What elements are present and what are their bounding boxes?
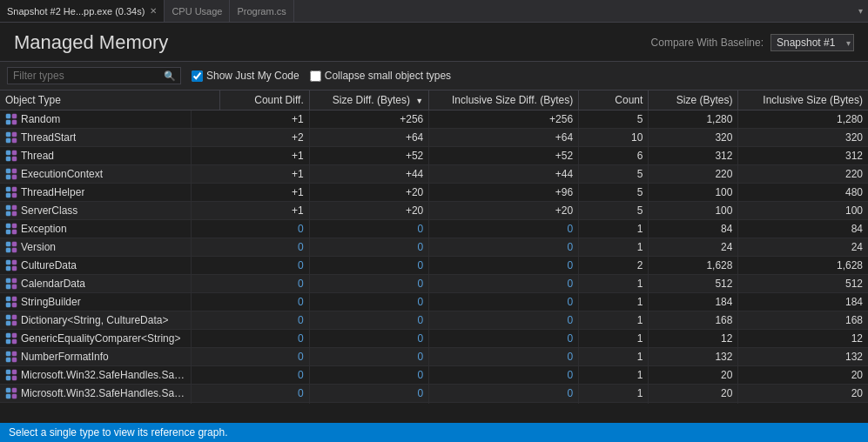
tab-cpu[interactable]: CPU Usage: [165, 0, 230, 22]
table-row[interactable]: Exception00018484: [0, 220, 868, 238]
cell-size: 84: [649, 220, 738, 238]
cell-value: +1: [219, 110, 309, 129]
compare-select[interactable]: Snapshot #1: [770, 34, 854, 51]
cell-value: 0: [309, 385, 429, 403]
table-row[interactable]: ThreadStart+2+64+6410320320: [0, 129, 868, 147]
table-row[interactable]: Microsoft.Win32.SafeHandles.SafeVie…0001…: [0, 366, 868, 385]
col-header-size-diff[interactable]: Size Diff. (Bytes) ▼: [309, 90, 429, 110]
table-row[interactable]: Thread+1+52+526312312: [0, 147, 868, 165]
object-type-icon: [5, 296, 17, 308]
object-type-icon: [5, 223, 17, 235]
cell-value: 0: [219, 311, 309, 330]
object-type-icon: [5, 332, 17, 345]
show-just-my-code-checkbox[interactable]: [192, 70, 203, 82]
svg-rect-37: [12, 278, 17, 283]
cell-size: 168: [649, 311, 738, 330]
cell-size: 512: [649, 275, 738, 293]
object-type-name: ThreadStart: [21, 131, 76, 144]
svg-rect-55: [12, 358, 17, 362]
col-header-count[interactable]: Count: [579, 90, 649, 110]
table-row[interactable]: ThreadHelper+1+20+965100480: [0, 184, 868, 202]
compare-select-wrapper[interactable]: Snapshot #1: [770, 34, 854, 51]
object-type-name: ExecutionContext: [21, 168, 103, 180]
compare-label: Compare With Baseline:: [651, 37, 764, 49]
col-header-incl-size-diff[interactable]: Inclusive Size Diff. (Bytes): [429, 90, 579, 110]
tab-snapshot2[interactable]: Snapshot #2 He...pp.exe (0.34s) ✕: [0, 0, 165, 22]
cell-size: 100: [738, 202, 868, 220]
table-row[interactable]: CultureData00021,6281,628: [0, 257, 868, 275]
svg-rect-48: [6, 333, 10, 338]
collapse-small-text: Collapse small object types: [325, 70, 451, 82]
svg-rect-44: [6, 315, 10, 319]
cell-value: +64: [309, 129, 429, 147]
tab-cpu-label: CPU Usage: [172, 6, 222, 17]
col-header-incl-size[interactable]: Inclusive Size (Bytes): [738, 90, 868, 110]
cell-size: 24: [738, 238, 868, 257]
object-type-icon: [5, 278, 17, 290]
collapse-small-label[interactable]: Collapse small object types: [310, 70, 451, 82]
cell-size: 20: [649, 366, 738, 385]
cell-size: 1: [579, 311, 649, 330]
table-row[interactable]: Random+1+256+25651,2801,280: [0, 110, 868, 129]
svg-rect-17: [12, 187, 17, 191]
cell-size: 5: [579, 202, 649, 220]
cell-size: 312: [738, 147, 868, 165]
cell-size: 1: [579, 348, 649, 366]
cell-value: 0: [429, 366, 579, 385]
svg-rect-12: [6, 169, 10, 173]
cell-value: 0: [429, 330, 579, 348]
svg-rect-7: [12, 138, 17, 143]
table-row[interactable]: ServerClass+1+20+205100100: [0, 202, 868, 220]
cell-type: GenericEqualityComparer<String>: [0, 330, 192, 347]
col-header-type[interactable]: Object Type: [0, 90, 219, 110]
tab-program[interactable]: Program.cs: [230, 0, 293, 22]
filter-input-wrapper: 🔍: [7, 67, 181, 84]
cell-size: 5: [579, 184, 649, 202]
cell-value: 0: [309, 238, 429, 257]
svg-rect-1: [12, 114, 17, 118]
col-header-size[interactable]: Size (Bytes): [649, 90, 738, 110]
cell-size: 2: [579, 257, 649, 275]
cell-type: Microsoft.Win32.SafeHandles.SafeVie…: [0, 366, 192, 384]
cell-size: 12: [649, 330, 738, 348]
table-row[interactable]: GenericEqualityComparer<String>00011212: [0, 330, 868, 348]
filter-input[interactable]: [7, 67, 181, 84]
cell-size: 100: [649, 202, 738, 220]
table-row[interactable]: StringBuilder0001184184: [0, 293, 868, 311]
object-type-icon: [5, 259, 17, 271]
cell-size: 132: [649, 348, 738, 366]
table-row[interactable]: ConsoleStream00012848: [0, 403, 868, 405]
table-container[interactable]: Object Type Count Diff. Size Diff. (Byte…: [0, 90, 868, 404]
table-row[interactable]: ExecutionContext+1+44+445220220: [0, 165, 868, 184]
svg-rect-8: [6, 151, 10, 155]
cell-size: 24: [649, 238, 738, 257]
cell-value: +256: [309, 110, 429, 129]
cell-value: 0: [309, 275, 429, 293]
show-just-my-code-label[interactable]: Show Just My Code: [192, 70, 299, 82]
table-row[interactable]: NumberFormatInfo0001132132: [0, 348, 868, 366]
svg-rect-20: [6, 205, 10, 210]
svg-rect-43: [12, 303, 17, 307]
cell-size: 20: [738, 366, 868, 385]
svg-rect-22: [6, 211, 10, 216]
object-type-name: NumberFormatInfo: [21, 351, 109, 363]
cell-value: 0: [309, 348, 429, 366]
table-row[interactable]: CalendarData0001512512: [0, 275, 868, 293]
collapse-small-checkbox[interactable]: [310, 70, 321, 82]
tab-overflow-button[interactable]: ▾: [853, 6, 868, 16]
cell-value: +64: [429, 129, 579, 147]
cell-value: +1: [219, 165, 309, 184]
cell-value: 0: [429, 220, 579, 238]
object-type-icon: [5, 168, 17, 180]
tab-snapshot2-close[interactable]: ✕: [150, 6, 157, 16]
object-type-name: ServerClass: [21, 204, 77, 217]
table-row[interactable]: Version00012424: [0, 238, 868, 257]
svg-rect-19: [12, 193, 17, 198]
table-row[interactable]: Dictionary<String, CultureData>000116816…: [0, 311, 868, 330]
table-row[interactable]: Microsoft.Win32.SafeHandles.SafeFile0001…: [0, 385, 868, 403]
svg-rect-46: [6, 321, 10, 325]
cell-size: 20: [649, 385, 738, 403]
col-header-count-diff[interactable]: Count Diff.: [219, 90, 309, 110]
svg-rect-31: [12, 248, 17, 252]
cell-size: 5: [579, 165, 649, 184]
